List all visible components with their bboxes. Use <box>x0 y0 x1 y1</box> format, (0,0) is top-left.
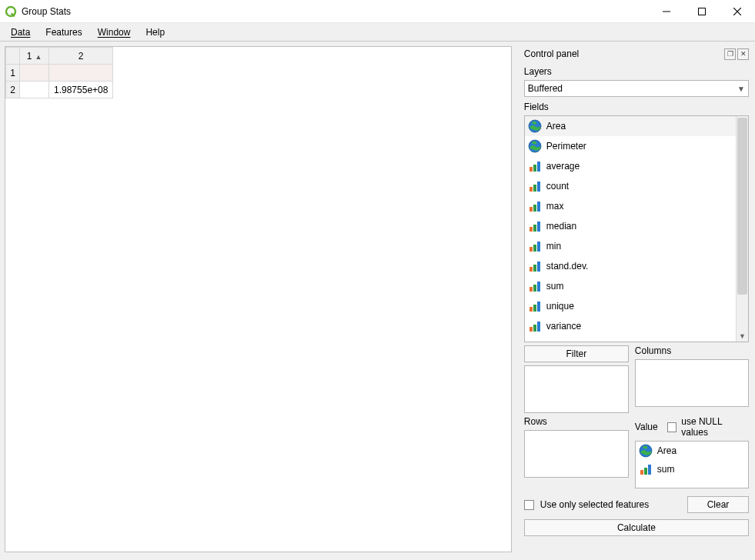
close-button[interactable] <box>720 0 755 23</box>
window-title: Group Stats <box>22 6 71 17</box>
layers-combo-value: Buffered <box>528 83 737 94</box>
column-header-1[interactable]: 1▲ <box>20 48 49 65</box>
field-item-label: count <box>546 181 569 192</box>
row-header-2[interactable]: 2 <box>6 82 20 98</box>
panel-title: Control panel <box>524 48 723 59</box>
menu-help[interactable]: Help <box>138 25 172 40</box>
bars-icon <box>528 219 542 233</box>
menu-window[interactable]: Window <box>90 25 139 40</box>
field-item[interactable]: sum <box>525 276 736 296</box>
value-label: Value <box>635 422 658 432</box>
field-item[interactable]: median <box>525 216 736 236</box>
app-icon <box>5 5 17 18</box>
bars-icon <box>528 279 542 293</box>
calculate-button[interactable]: Calculate <box>524 519 749 536</box>
filter-dropbox[interactable] <box>524 365 629 413</box>
field-item-label: min <box>546 241 561 252</box>
field-item-label: unique <box>546 301 574 312</box>
globe-icon <box>528 119 542 133</box>
sort-ascending-icon: ▲ <box>35 53 42 61</box>
corner-header[interactable] <box>6 48 20 65</box>
use-selected-checkbox[interactable] <box>524 500 534 510</box>
bars-icon <box>528 239 542 253</box>
value-item-label: sum <box>657 464 675 475</box>
fields-scrollbar[interactable]: ▼ <box>736 116 748 342</box>
row-header-1[interactable]: 1 <box>6 65 20 82</box>
field-item-label: Perimeter <box>546 141 586 152</box>
globe-icon <box>639 444 653 458</box>
columns-dropbox[interactable] <box>635 359 749 407</box>
filter-button[interactable]: Filter <box>524 345 629 362</box>
value-item-label: Area <box>657 445 676 456</box>
field-item[interactable]: min <box>525 236 736 256</box>
field-item[interactable]: Perimeter <box>525 136 736 156</box>
field-item-label: variance <box>546 321 581 332</box>
cell-1-1[interactable] <box>20 65 49 82</box>
fields-list[interactable]: AreaPerimeteraveragecountmaxmedianminsta… <box>525 116 736 342</box>
use-selected-label: Use only selected features <box>540 499 649 510</box>
panel-undock-button[interactable]: ❐ <box>724 48 736 60</box>
field-item[interactable]: average <box>525 156 736 176</box>
bars-icon <box>528 179 542 193</box>
column-header-2[interactable]: 2 <box>49 48 113 65</box>
globe-icon <box>528 139 542 153</box>
results-table[interactable]: 1▲ 2 1 2 1.98755e+08 <box>5 47 113 98</box>
menu-bar: Data Features Window Help <box>0 23 755 42</box>
bars-icon <box>639 462 653 476</box>
field-item[interactable]: variance <box>525 316 736 336</box>
cell-2-2[interactable]: 1.98755e+08 <box>49 82 113 98</box>
bars-icon <box>528 159 542 173</box>
field-item[interactable]: stand.dev. <box>525 256 736 276</box>
use-null-checkbox[interactable] <box>667 422 677 432</box>
bars-icon <box>528 319 542 333</box>
field-item[interactable]: max <box>525 196 736 216</box>
field-item-label: sum <box>546 281 564 292</box>
menu-features[interactable]: Features <box>38 25 89 40</box>
panel-close-button[interactable]: ✕ <box>737 48 749 60</box>
field-item[interactable]: count <box>525 176 736 196</box>
chevron-down-icon: ▼ <box>737 85 745 93</box>
bars-icon <box>528 259 542 273</box>
layers-combo[interactable]: Buffered ▼ <box>524 80 749 97</box>
field-item-label: Area <box>546 121 566 132</box>
fields-label: Fields <box>524 102 749 112</box>
field-item[interactable]: Area <box>525 116 736 136</box>
use-null-label: use NULL values <box>681 416 749 438</box>
value-item[interactable]: Area <box>636 442 748 460</box>
bars-icon <box>528 299 542 313</box>
clear-button[interactable]: Clear <box>687 496 749 513</box>
field-item-label: stand.dev. <box>546 261 588 272</box>
value-dropbox[interactable]: Areasum <box>635 441 749 488</box>
svg-rect-7 <box>699 8 706 15</box>
cell-1-2[interactable] <box>49 65 113 82</box>
rows-label: Rows <box>524 416 629 427</box>
field-item-label: max <box>546 201 564 212</box>
columns-label: Columns <box>635 345 749 356</box>
value-item[interactable]: sum <box>636 460 748 478</box>
menu-data[interactable]: Data <box>3 25 38 40</box>
layers-label: Layers <box>524 66 749 77</box>
field-item-label: average <box>546 161 580 172</box>
maximize-button[interactable] <box>684 0 720 23</box>
rows-dropbox[interactable] <box>524 430 629 478</box>
field-item-label: median <box>546 221 576 232</box>
results-table-container: 1▲ 2 1 2 1.98755e+08 <box>5 46 512 552</box>
minimize-button[interactable] <box>649 0 684 23</box>
field-item[interactable]: unique <box>525 296 736 316</box>
bars-icon <box>528 199 542 213</box>
cell-2-1[interactable] <box>20 82 49 98</box>
